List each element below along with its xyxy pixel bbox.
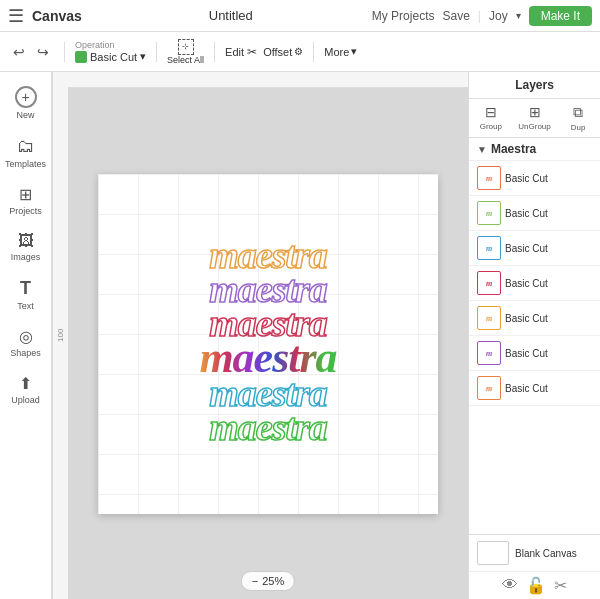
layers-bottom-icons: 👁 🔓 ✂ xyxy=(469,571,600,599)
canvas-main[interactable]: maestra maestra maestra maestra maestra … xyxy=(68,88,468,599)
layers-bottom: Blank Canvas xyxy=(469,534,600,571)
layer-item-3[interactable]: mBasic Cut xyxy=(469,231,600,266)
layer-name-6: Basic Cut xyxy=(505,348,592,359)
edit-button[interactable]: Edit ✂ xyxy=(225,45,257,59)
layer-item-1[interactable]: mBasic Cut xyxy=(469,161,600,196)
document-title[interactable]: Untitled xyxy=(98,8,364,23)
layer-item-5[interactable]: mBasic Cut xyxy=(469,301,600,336)
make-it-button[interactable]: Make It xyxy=(529,6,592,26)
ungroup-button[interactable]: ⊞ UnGroup xyxy=(513,99,557,137)
offset-button[interactable]: Offset ⚙ xyxy=(263,46,303,58)
layer-item-2[interactable]: mBasic Cut xyxy=(469,196,600,231)
top-bar-right: My Projects Save | Joy ▾ Make It xyxy=(372,6,592,26)
layer-thumb-7: m xyxy=(477,376,501,400)
user-chevron-icon[interactable]: ▾ xyxy=(516,10,521,21)
more-chevron-icon: ▾ xyxy=(351,45,357,58)
section-collapse-icon: ▼ xyxy=(477,144,487,155)
ruler-top xyxy=(68,72,468,88)
layer-thumb-1: m xyxy=(477,166,501,190)
layers-eye-icon[interactable]: 👁 xyxy=(502,576,518,595)
layer-thumb-5: m xyxy=(477,306,501,330)
layer-item-4[interactable]: mBasic Cut xyxy=(469,266,600,301)
sidebar-item-new-label: New xyxy=(16,110,34,120)
operation-color-swatch xyxy=(75,51,87,63)
sidebar-item-templates[interactable]: 🗂 Templates xyxy=(4,130,48,175)
sidebar-item-shapes[interactable]: ◎ Shapes xyxy=(4,321,48,364)
shapes-icon: ◎ xyxy=(19,327,33,346)
more-button[interactable]: More ▾ xyxy=(324,45,357,58)
layers-actions: ⊟ Group ⊞ UnGroup ⧉ Dup xyxy=(469,99,600,138)
maestra-artwork: maestra maestra maestra maestra maestra … xyxy=(123,224,413,464)
zoom-control[interactable]: − 25% xyxy=(241,571,295,591)
layer-thumb-3: m xyxy=(477,236,501,260)
sidebar-item-templates-label: Templates xyxy=(5,159,46,169)
layer-thumb-6: m xyxy=(477,341,501,365)
canvas-white[interactable]: maestra maestra maestra maestra maestra … xyxy=(98,174,438,514)
new-icon: + xyxy=(15,86,37,108)
save-button[interactable]: Save xyxy=(442,9,469,23)
images-icon: 🖼 xyxy=(18,232,34,250)
sidebar-item-images[interactable]: 🖼 Images xyxy=(4,226,48,268)
app-logo: Canvas xyxy=(32,8,82,24)
select-all-icon: ⊹ xyxy=(178,39,194,55)
layers-scissors-icon[interactable]: ✂ xyxy=(554,576,567,595)
templates-icon: 🗂 xyxy=(17,136,35,157)
ungroup-icon: ⊞ xyxy=(529,104,541,120)
zoom-value: 25% xyxy=(262,575,284,587)
ruler-left: 100 xyxy=(52,72,68,599)
operation-value[interactable]: Basic Cut ▾ xyxy=(75,50,146,63)
sidebar-item-upload[interactable]: ⬆ Upload xyxy=(4,368,48,411)
undo-button[interactable]: ↩ xyxy=(8,41,30,63)
layer-name-7: Basic Cut xyxy=(505,383,592,394)
group-button[interactable]: ⊟ Group xyxy=(469,99,513,137)
redo-button[interactable]: ↪ xyxy=(32,41,54,63)
sidebar-item-upload-label: Upload xyxy=(11,395,40,405)
zoom-minus-icon[interactable]: − xyxy=(252,575,258,587)
select-all-button[interactable]: ⊹ Select All xyxy=(167,39,204,65)
sidebar-item-projects[interactable]: ⊞ Projects xyxy=(4,179,48,222)
canvas-area[interactable]: 100 maestra maestra maestra maestra maes… xyxy=(52,72,468,599)
layers-section-maestra[interactable]: ▼ Maestra xyxy=(469,138,600,161)
sidebar-item-text[interactable]: T Text xyxy=(4,272,48,317)
layer-thumb-2: m xyxy=(477,201,501,225)
blank-canvas-swatch xyxy=(477,541,509,565)
layers-panel: Layers ⊟ Group ⊞ UnGroup ⧉ Dup ▼ Maestra… xyxy=(468,72,600,599)
main-content: + New 🗂 Templates ⊞ Projects 🖼 Images T … xyxy=(0,72,600,599)
upload-icon: ⬆ xyxy=(19,374,32,393)
layer-name-3: Basic Cut xyxy=(505,243,592,254)
divider-2 xyxy=(156,42,157,62)
operation-chevron-icon: ▾ xyxy=(140,50,146,63)
top-bar: ☰ Canvas Untitled My Projects Save | Joy… xyxy=(0,0,600,32)
toolbar: ↩ ↪ Operation Basic Cut ▾ ⊹ Select All E… xyxy=(0,32,600,72)
left-sidebar: + New 🗂 Templates ⊞ Projects 🖼 Images T … xyxy=(0,72,52,599)
sidebar-item-images-label: Images xyxy=(11,252,41,262)
undo-redo-group: ↩ ↪ xyxy=(8,41,54,63)
svg-text:maestra: maestra xyxy=(209,406,328,448)
duplicate-button[interactable]: ⧉ Dup xyxy=(556,99,600,137)
layer-thumb-4: m xyxy=(477,271,501,295)
layer-item-6[interactable]: mBasic Cut xyxy=(469,336,600,371)
operation-text: Basic Cut xyxy=(90,51,137,63)
sidebar-item-shapes-label: Shapes xyxy=(10,348,41,358)
text-icon: T xyxy=(20,278,31,299)
blank-canvas-label: Blank Canvas xyxy=(515,548,577,559)
user-name: Joy xyxy=(489,9,508,23)
my-projects-link[interactable]: My Projects xyxy=(372,9,435,23)
layers-lock-icon[interactable]: 🔓 xyxy=(526,576,546,595)
divider-4 xyxy=(313,42,314,62)
sidebar-item-projects-label: Projects xyxy=(9,206,42,216)
operation-selector[interactable]: Operation Basic Cut ▾ xyxy=(75,40,146,63)
sidebar-item-text-label: Text xyxy=(17,301,34,311)
projects-icon: ⊞ xyxy=(19,185,32,204)
layer-name-5: Basic Cut xyxy=(505,313,592,324)
layers-header: Layers xyxy=(469,72,600,99)
group-icon: ⊟ xyxy=(485,104,497,120)
menu-icon[interactable]: ☰ xyxy=(8,5,24,27)
layer-name-4: Basic Cut xyxy=(505,278,592,289)
duplicate-icon: ⧉ xyxy=(573,104,583,121)
divider-1 xyxy=(64,42,65,62)
sidebar-item-new[interactable]: + New xyxy=(4,80,48,126)
section-label: Maestra xyxy=(491,142,536,156)
operation-label: Operation xyxy=(75,40,146,50)
layer-item-7[interactable]: mBasic Cut xyxy=(469,371,600,406)
